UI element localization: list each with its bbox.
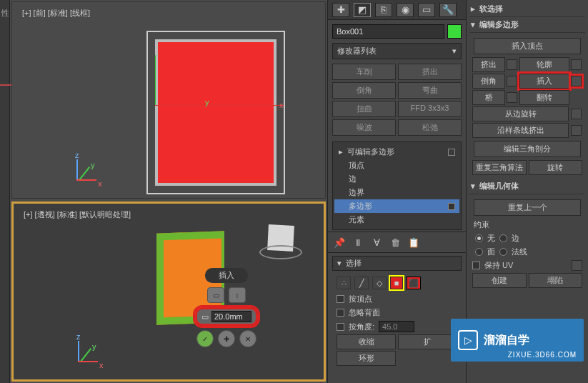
bridge-button[interactable]: 桥 — [472, 90, 505, 105]
ring-button[interactable]: 环形 — [337, 351, 396, 366]
by-angle-label: 按角度: — [349, 322, 374, 332]
create-button[interactable]: 创建 — [472, 273, 527, 288]
extrude-settings-button[interactable] — [507, 59, 517, 70]
collapse-button[interactable]: 塌陷 — [529, 273, 583, 288]
inset-cancel-button[interactable]: ✕ — [239, 330, 256, 347]
mod-btn-relax[interactable]: 松弛 — [398, 119, 462, 136]
inset-type-poly-button[interactable]: ↕ — [229, 287, 246, 303]
outline-button[interactable]: 轮廓 — [519, 57, 569, 72]
mod-btn-ffd[interactable]: FFD 3x3x3 — [398, 101, 462, 117]
object-name-input[interactable] — [332, 24, 444, 39]
constraint-none-radio[interactable] — [475, 234, 483, 242]
stack-root[interactable]: ▸ 可编辑多边形 — [334, 145, 459, 159]
preserve-uv-label: 保持 UV — [484, 260, 513, 271]
make-unique-icon[interactable]: ∀ — [371, 237, 382, 248]
stack-border[interactable]: 边界 — [334, 186, 459, 199]
watermark-domain: ZIXUE.3D66.COM — [494, 351, 577, 359]
mod-btn-bevel[interactable]: 倒角 — [332, 82, 396, 99]
command-tabs: ✚ ◩ ⎘ ◉ ▭ 🔧 — [328, 0, 466, 20]
outline-settings-button[interactable] — [571, 59, 582, 70]
modifier-list-dropdown[interactable]: 修改器列表▾ — [332, 43, 462, 59]
extrude-spline-settings-button[interactable] — [571, 125, 582, 136]
chevron-down-icon: ▾ — [452, 46, 457, 56]
bevel-settings-button[interactable] — [507, 76, 517, 86]
command-panel: ✚ ◩ ⎘ ◉ ▭ 🔧 修改器列表▾ 车削 挤出 倒角 弯曲 扭曲 FFD 3x… — [327, 0, 466, 383]
constraint-normal-radio[interactable] — [499, 248, 507, 256]
ignore-back-label: 忽略背面 — [349, 307, 380, 318]
stack-element[interactable]: 元素 — [334, 213, 459, 227]
inset-amount-input[interactable] — [211, 311, 251, 322]
mod-btn-noise[interactable]: 噪波 — [332, 119, 396, 136]
modifier-stack[interactable]: ▸ 可编辑多边形 顶点 边 边界 多边形 元素 — [332, 141, 462, 230]
by-angle-spinner[interactable] — [379, 321, 414, 332]
inset-type-group-button[interactable]: ▭ — [207, 287, 224, 303]
inset-settings-button[interactable] — [571, 76, 582, 86]
mod-btn-twist[interactable]: 扭曲 — [332, 101, 396, 117]
extrude-button[interactable]: 挤出 — [472, 57, 505, 72]
bridge-settings-button[interactable] — [507, 92, 517, 103]
by-vertex-label: 按顶点 — [349, 294, 372, 304]
hinge-from-edge-button[interactable]: 从边旋转 — [472, 106, 569, 121]
retriangulate-button[interactable]: 重复三角算法 — [472, 160, 527, 175]
repeat-last-button[interactable]: 重复上一个 — [474, 199, 581, 216]
modify-tab-icon[interactable]: ◩ — [354, 3, 371, 17]
constraint-edge-radio[interactable] — [499, 234, 507, 242]
front-box-shape[interactable] — [155, 39, 276, 186]
stack-edge[interactable]: 边 — [334, 172, 459, 186]
stack-polygon[interactable]: 多边形 — [334, 199, 459, 213]
sel-border-icon[interactable]: ◇ — [372, 277, 387, 289]
hierarchy-tab-icon[interactable]: ⎘ — [375, 3, 392, 17]
display-tab-icon[interactable]: ▭ — [418, 3, 435, 17]
edit-tri-button[interactable]: 编辑三角剖分 — [474, 141, 581, 157]
utilities-tab-icon[interactable]: 🔧 — [439, 3, 457, 17]
by-vertex-checkbox[interactable] — [337, 295, 344, 303]
show-result-icon[interactable]: Ⅱ — [352, 237, 364, 248]
constraints-label: 约束 — [469, 218, 585, 232]
play-icon: ▷ — [458, 330, 478, 350]
create-tab-icon[interactable]: ✚ — [332, 3, 349, 17]
turn-button[interactable]: 旋转 — [529, 160, 583, 175]
configure-icon[interactable]: 📋 — [408, 237, 419, 248]
grow-button[interactable]: 扩 — [398, 334, 457, 349]
inset-amount-field[interactable]: ▭ — [195, 307, 258, 326]
edit-geometry-header[interactable]: ▾ 编辑几何体 — [469, 179, 585, 194]
constraint-face-radio[interactable] — [475, 248, 483, 256]
viewcube[interactable] — [259, 221, 302, 264]
viewport-area: [+] [前] [标准] [线框] y x z y x [+] [透视] [标准… — [10, 0, 327, 383]
viewport-front-label: [+] [前] [标准] [线框] — [22, 8, 90, 19]
inset-caddy: 插入 ▭ ↕ ▭ ✓ ✚ ✕ — [184, 268, 269, 347]
inset-button[interactable]: 插入 — [519, 74, 569, 89]
hinge-settings-button[interactable] — [571, 109, 582, 119]
watermark: ▷ 溜溜自学 ZIXUE.3D66.COM — [451, 319, 584, 362]
extrude-along-spline-button[interactable]: 沿样条线挤出 — [472, 123, 569, 138]
selection-rollout-header[interactable]: ▾ 选择 — [332, 256, 462, 271]
ignore-back-checkbox[interactable] — [337, 309, 344, 317]
motion-tab-icon[interactable]: ◉ — [397, 3, 414, 17]
edit-poly-header[interactable]: ▾ 编辑多边形 — [469, 17, 585, 33]
insert-vertex-button[interactable]: 插入顶点 — [474, 38, 581, 54]
mod-btn-lathe[interactable]: 车削 — [332, 64, 396, 80]
viewport-perspective[interactable]: [+] [透视] [标准] [默认明暗处理] z y x 插入 ▭ ↕ ▭ — [11, 202, 326, 382]
soft-selection-header[interactable]: ▸ 软选择 — [469, 1, 585, 17]
flip-button[interactable]: 翻转 — [519, 90, 569, 105]
viewport-front[interactable]: [+] [前] [标准] [线框] y x z y x — [11, 1, 326, 199]
mod-btn-bend[interactable]: 弯曲 — [398, 82, 462, 99]
pin-stack-icon[interactable]: 📌 — [334, 237, 345, 248]
inset-caddy-title: 插入 — [205, 268, 248, 283]
sel-element-icon[interactable]: ⬛ — [407, 277, 421, 289]
sel-vertex-icon[interactable]: ∴ — [337, 277, 351, 289]
object-color-swatch[interactable] — [447, 24, 462, 39]
remove-mod-icon[interactable]: 🗑 — [389, 237, 401, 248]
preserve-uv-settings-button[interactable] — [572, 260, 582, 271]
sel-polygon-icon[interactable]: ■ — [390, 277, 403, 289]
preserve-uv-checkbox[interactable] — [472, 262, 480, 269]
side-tab[interactable]: 性 — [0, 0, 11, 6]
by-angle-checkbox[interactable] — [337, 323, 344, 331]
shrink-button[interactable]: 收缩 — [337, 334, 396, 349]
inset-apply-button[interactable]: ✚ — [218, 330, 235, 347]
bevel-button[interactable]: 倒角 — [472, 74, 505, 89]
stack-vertex[interactable]: 顶点 — [334, 159, 459, 172]
sel-edge-icon[interactable]: ╱ — [354, 277, 369, 289]
mod-btn-extrude[interactable]: 挤出 — [398, 64, 462, 80]
inset-ok-button[interactable]: ✓ — [196, 330, 214, 347]
